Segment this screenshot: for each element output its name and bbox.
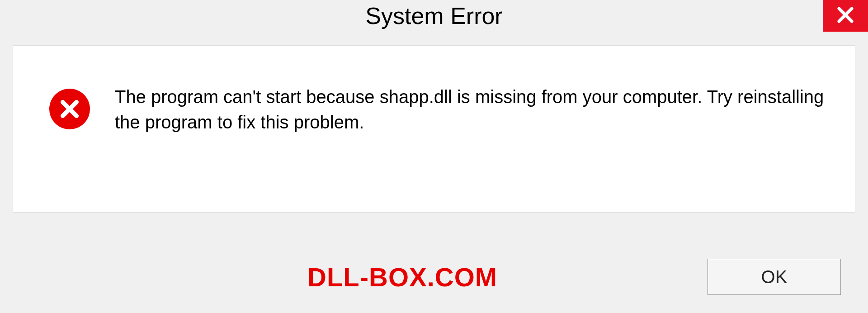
close-icon	[836, 5, 855, 26]
content-panel: The program can't start because shapp.dl…	[13, 45, 855, 213]
footer-bar: DLL-BOX.COM OK	[0, 241, 868, 313]
error-icon	[49, 89, 90, 129]
watermark-text: DLL-BOX.COM	[307, 262, 497, 292]
title-bar: System Error	[0, 0, 868, 45]
close-button[interactable]	[823, 0, 868, 32]
dialog-title: System Error	[365, 2, 502, 29]
ok-button[interactable]: OK	[708, 259, 841, 295]
error-message: The program can't start because shapp.dl…	[115, 84, 832, 135]
